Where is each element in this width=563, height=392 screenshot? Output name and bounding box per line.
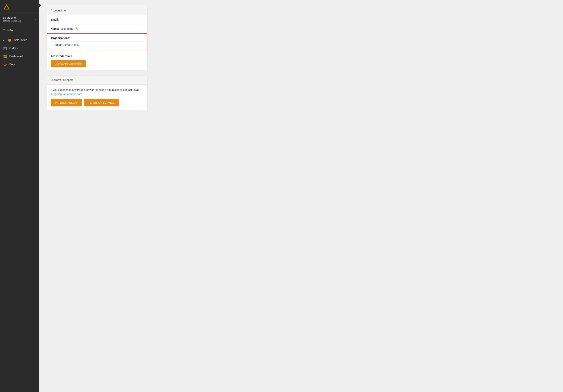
name-label: Name: — [51, 27, 59, 30]
email-label: Email: — [51, 18, 59, 21]
svg-rect-11 — [5, 55, 7, 56]
organizations-section: Organizations: Raptor Demo Org: ID — [47, 33, 147, 51]
sidebar-collapse-button[interactable]: « — [37, 3, 41, 7]
sidebar-header — [0, 0, 39, 13]
docs-icon — [3, 63, 7, 66]
support-description: If you experience any trouble or want to… — [47, 85, 147, 99]
nav-arrow-icon: ▶ — [3, 39, 5, 41]
sidebar-user-menu[interactable]: solardemo Raptor Demo Org ▾ — [0, 13, 39, 24]
sidebar-item-orders[interactable]: Orders — [0, 44, 39, 52]
org-section-label: Organizations: — [51, 37, 143, 39]
account-info-card: Account Info Email: Name: solardemo ✏️ O… — [47, 6, 148, 71]
collapse-icon: « — [38, 4, 39, 7]
customer-support-header: Customer Support — [47, 76, 147, 85]
account-info-title: Account Info — [51, 9, 66, 12]
sidebar-item-solar-sites[interactable]: ▶ Solar Sites — [0, 36, 39, 44]
sidebar-orders-label: Orders — [9, 47, 18, 50]
support-email-link[interactable]: support@raptormaps.com — [51, 93, 82, 96]
account-info-header: Account Info — [47, 6, 147, 15]
chevron-down-icon: ▾ — [35, 18, 36, 21]
org-item: Raptor Demo Org: ID — [51, 41, 143, 48]
plus-icon: + — [3, 28, 5, 32]
sidebar: solardemo Raptor Demo Org ▾ + New ▶ Sola… — [0, 0, 39, 392]
support-text-before: If you experience any trouble or want to… — [51, 88, 139, 91]
terms-of-service-button[interactable]: TERMS OF SERVICE — [84, 99, 119, 106]
sidebar-nav: ▶ Solar Sites Orders — [0, 36, 39, 68]
edit-name-icon[interactable]: ✏️ — [75, 27, 79, 30]
svg-rect-3 — [9, 39, 11, 39]
privacy-policy-button[interactable]: PRIVACY POLICY — [51, 99, 82, 106]
svg-rect-12 — [3, 56, 5, 58]
org-name: Raptor Demo Org — [3, 20, 22, 22]
user-info: solardemo Raptor Demo Org — [3, 16, 22, 22]
api-credentials-section: API Credentials Create API Credentials — [47, 51, 147, 70]
dashboard-icon — [3, 54, 7, 58]
sidebar-item-dashboard[interactable]: Dashboard — [0, 52, 39, 60]
main-content: Account Info Email: Name: solardemo ✏️ O… — [39, 0, 563, 392]
sidebar-item-docs[interactable]: Docs — [0, 60, 39, 68]
svg-rect-6 — [4, 47, 6, 50]
api-title: API Credentials — [51, 54, 143, 58]
customer-support-card: Customer Support If you experience any t… — [47, 75, 148, 110]
svg-rect-10 — [3, 55, 5, 56]
customer-support-title: Customer Support — [51, 78, 73, 81]
sidebar-docs-label: Docs — [9, 63, 15, 66]
orders-icon — [3, 46, 7, 50]
name-value: solardemo — [61, 27, 73, 30]
email-section: Email: — [47, 15, 147, 24]
new-button[interactable]: + New — [0, 25, 39, 34]
support-buttons-row: PRIVACY POLICY TERMS OF SERVICE — [47, 99, 147, 110]
name-section: Name: solardemo ✏️ — [47, 24, 147, 33]
solar-sites-icon — [8, 38, 12, 42]
raptor-maps-logo — [3, 3, 10, 11]
sidebar-dashboard-label: Dashboard — [9, 55, 23, 58]
sidebar-solar-sites-label: Solar Sites — [14, 38, 27, 41]
new-label: New — [7, 28, 13, 31]
svg-rect-2 — [8, 39, 11, 41]
svg-rect-13 — [5, 56, 7, 58]
create-api-credentials-button[interactable]: Create API Credentials — [51, 60, 86, 67]
username: solardemo — [3, 16, 22, 19]
svg-point-15 — [5, 64, 5, 65]
